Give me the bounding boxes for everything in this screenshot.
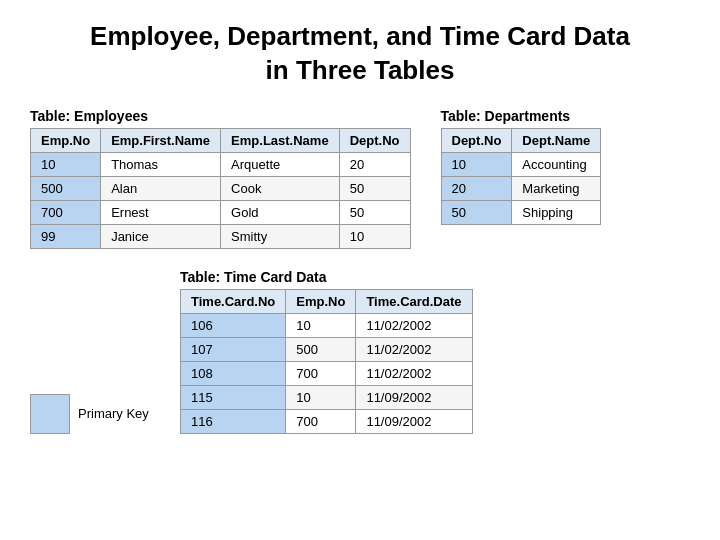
employees-col-empno: Emp.No xyxy=(31,128,101,152)
employees-cell: 50 xyxy=(339,176,410,200)
timecard-cell: 11/09/2002 xyxy=(356,409,472,433)
employees-cell: 50 xyxy=(339,200,410,224)
departments-row: 50Shipping xyxy=(441,200,601,224)
timecard-cell: 11/09/2002 xyxy=(356,385,472,409)
employees-cell: Alan xyxy=(101,176,221,200)
primary-key-box xyxy=(30,394,70,434)
departments-cell: Accounting xyxy=(512,152,601,176)
timecard-cell: 115 xyxy=(181,385,286,409)
employees-cell: Smitty xyxy=(221,224,340,248)
departments-col-deptname: Dept.Name xyxy=(512,128,601,152)
employees-cell: 20 xyxy=(339,152,410,176)
employees-col-lastname: Emp.Last.Name xyxy=(221,128,340,152)
employees-cell: 10 xyxy=(339,224,410,248)
primary-key-section: Primary Key xyxy=(30,394,150,434)
departments-row: 10Accounting xyxy=(441,152,601,176)
timecard-cell: 107 xyxy=(181,337,286,361)
departments-row: 20Marketing xyxy=(441,176,601,200)
timecard-col-empno: Emp.No xyxy=(286,289,356,313)
departments-cell: Shipping xyxy=(512,200,601,224)
timecard-section: Table: Time Card Data Time.Card.No Emp.N… xyxy=(180,269,473,434)
departments-section: Table: Departments Dept.No Dept.Name 10A… xyxy=(441,108,602,225)
employees-cell: 10 xyxy=(31,152,101,176)
employees-cell: Arquette xyxy=(221,152,340,176)
departments-label: Table: Departments xyxy=(441,108,602,124)
departments-cell: 20 xyxy=(441,176,512,200)
timecard-row: 10870011/02/2002 xyxy=(181,361,473,385)
timecard-cell: 10 xyxy=(286,385,356,409)
employees-col-firstname: Emp.First.Name xyxy=(101,128,221,152)
departments-cell: 10 xyxy=(441,152,512,176)
employees-cell: Cook xyxy=(221,176,340,200)
timecard-row: 1061011/02/2002 xyxy=(181,313,473,337)
timecard-label: Table: Time Card Data xyxy=(180,269,473,285)
employees-row: 99JaniceSmitty10 xyxy=(31,224,411,248)
timecard-row: 10750011/02/2002 xyxy=(181,337,473,361)
departments-cell: Marketing xyxy=(512,176,601,200)
timecard-col-date: Time.Card.Date xyxy=(356,289,472,313)
timecard-cell: 700 xyxy=(286,409,356,433)
timecard-cell: 106 xyxy=(181,313,286,337)
primary-key-label: Primary Key xyxy=(78,406,149,421)
timecard-cell: 11/02/2002 xyxy=(356,313,472,337)
timecard-row: 1151011/09/2002 xyxy=(181,385,473,409)
timecard-cell: 500 xyxy=(286,337,356,361)
employees-cell: Janice xyxy=(101,224,221,248)
timecard-row: 11670011/09/2002 xyxy=(181,409,473,433)
departments-cell: 50 xyxy=(441,200,512,224)
timecard-table: Time.Card.No Emp.No Time.Card.Date 10610… xyxy=(180,289,473,434)
employees-cell: Ernest xyxy=(101,200,221,224)
employees-cell: 99 xyxy=(31,224,101,248)
timecard-cell: 11/02/2002 xyxy=(356,337,472,361)
timecard-cell: 700 xyxy=(286,361,356,385)
employees-cell: 500 xyxy=(31,176,101,200)
employees-row: 700ErnestGold50 xyxy=(31,200,411,224)
employees-row: 10ThomasArquette20 xyxy=(31,152,411,176)
employees-row: 500AlanCook50 xyxy=(31,176,411,200)
employees-label: Table: Employees xyxy=(30,108,411,124)
timecard-col-cardno: Time.Card.No xyxy=(181,289,286,313)
timecard-cell: 108 xyxy=(181,361,286,385)
employees-cell: 700 xyxy=(31,200,101,224)
employees-cell: Gold xyxy=(221,200,340,224)
departments-table: Dept.No Dept.Name 10Accounting20Marketin… xyxy=(441,128,602,225)
employees-cell: Thomas xyxy=(101,152,221,176)
employees-col-deptno: Dept.No xyxy=(339,128,410,152)
employees-table: Emp.No Emp.First.Name Emp.Last.Name Dept… xyxy=(30,128,411,249)
employees-section: Table: Employees Emp.No Emp.First.Name E… xyxy=(30,108,411,249)
departments-col-deptno: Dept.No xyxy=(441,128,512,152)
page-title: Employee, Department, and Time Card Data… xyxy=(30,20,690,88)
timecard-cell: 11/02/2002 xyxy=(356,361,472,385)
timecard-cell: 10 xyxy=(286,313,356,337)
timecard-cell: 116 xyxy=(181,409,286,433)
